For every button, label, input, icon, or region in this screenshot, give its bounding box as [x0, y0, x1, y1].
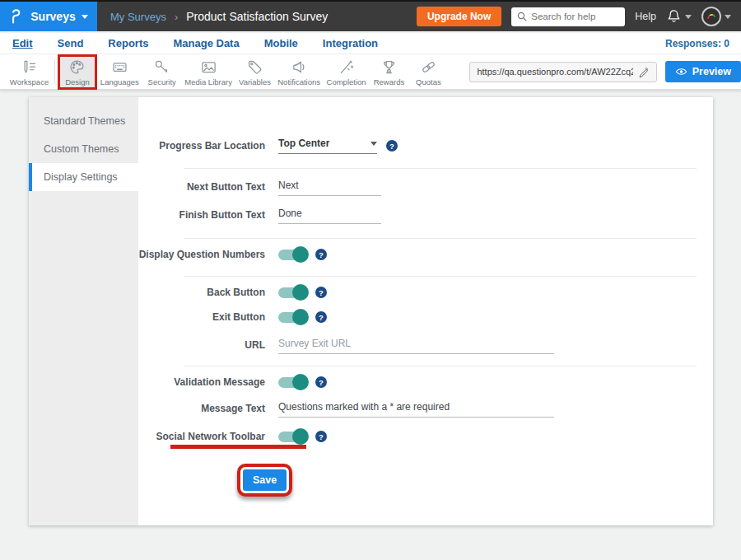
next-button-text-input[interactable]: [278, 178, 381, 196]
toolbar-item-label: Quotas: [416, 77, 441, 86]
eye-icon: [675, 67, 687, 77]
survey-url-input[interactable]: [477, 67, 632, 77]
validation-message-toggle[interactable]: [278, 377, 306, 388]
megaphone-icon: [291, 58, 308, 76]
toolbar-item-security[interactable]: Security: [142, 54, 182, 90]
exit-url-label: URL: [138, 339, 265, 351]
toolbar-item-label: Notifications: [277, 77, 320, 86]
breadcrumb-separator: ›: [175, 11, 178, 23]
chain-icon: [420, 58, 437, 76]
back-button-label: Back Button: [138, 287, 265, 298]
upgrade-now-button[interactable]: Upgrade Now: [417, 7, 501, 26]
chevron-down-icon: [82, 15, 88, 19]
annotation-save-highlight: Save: [237, 464, 292, 497]
tab-manage-data[interactable]: Manage Data: [173, 37, 239, 49]
section-divider: [184, 366, 697, 366]
finish-button-text-label: Finish Button Text: [138, 209, 265, 221]
toolbar-item-label: Design: [65, 77, 90, 86]
toolbar-item-languages[interactable]: Languages: [97, 54, 142, 90]
help-link[interactable]: Help: [635, 11, 656, 22]
app-switcher[interactable]: Surveys: [0, 2, 97, 31]
questionpro-logo-icon: [9, 7, 25, 26]
toolbar-item-rewards[interactable]: Rewards: [369, 54, 408, 90]
progress-bar-location-select[interactable]: Top Center: [278, 138, 377, 154]
toolbar-item-variables[interactable]: Variables: [235, 54, 274, 90]
notifications-menu[interactable]: [666, 8, 692, 25]
preview-button-label: Preview: [692, 66, 731, 77]
bell-icon: [666, 8, 682, 25]
keyboard-icon: [111, 58, 128, 76]
message-text-input[interactable]: [278, 399, 554, 418]
preview-button[interactable]: Preview: [665, 61, 741, 82]
edit-url-icon[interactable]: [638, 66, 650, 77]
toolbar-item-design[interactable]: Design: [58, 54, 97, 90]
tab-edit[interactable]: Edit: [12, 37, 33, 49]
palette-icon: [68, 58, 86, 76]
help-search[interactable]: [511, 7, 625, 26]
trophy-icon: [380, 58, 398, 76]
toolbar-item-notifications[interactable]: Notifications: [274, 54, 323, 90]
tab-reports[interactable]: Reports: [108, 37, 148, 49]
help-icon[interactable]: ?: [315, 249, 327, 260]
app-label: Surveys: [30, 10, 75, 23]
help-icon[interactable]: ?: [315, 311, 327, 323]
display-settings-form: Progress Bar Location Top Center ? Next …: [138, 97, 713, 525]
search-icon: [517, 12, 527, 21]
exit-button-toggle[interactable]: [278, 312, 306, 323]
section-divider: [184, 168, 697, 169]
exit-button-row: Exit Button ?: [138, 306, 713, 328]
sidebar-item-custom-themes[interactable]: Custom Themes: [29, 135, 138, 163]
social-network-toolbar-toggle[interactable]: [278, 432, 306, 442]
section-divider: [184, 238, 697, 239]
display-question-numbers-toggle[interactable]: [278, 250, 306, 260]
next-button-text-row: Next Button Text: [138, 174, 713, 200]
tab-send[interactable]: Send: [58, 37, 84, 49]
display-question-numbers-label: Display Question Numbers: [138, 249, 265, 260]
back-button-toggle[interactable]: [278, 287, 306, 298]
progress-bar-location-row: Progress Bar Location Top Center ?: [138, 133, 713, 158]
save-button[interactable]: Save: [243, 469, 287, 491]
survey-title: Product Satisfaction Survey: [186, 10, 328, 23]
tab-mobile[interactable]: Mobile: [264, 37, 298, 49]
breadcrumb: My Surveys › Product Satisfaction Survey: [110, 10, 328, 23]
annotation-social-underline: [170, 445, 306, 449]
design-sidebar: Standard Themes Custom Themes Display Se…: [29, 97, 138, 525]
workspace-icon: [21, 58, 38, 76]
help-icon[interactable]: ?: [315, 287, 327, 298]
toolbar-item-media-library[interactable]: Media Library: [182, 54, 235, 90]
toolbar-divider: [54, 59, 55, 84]
tab-integration[interactable]: Integration: [323, 37, 378, 49]
finish-button-text-row: Finish Button Text: [138, 202, 713, 228]
toolbar-item-label: Security: [148, 77, 176, 86]
toolbar-item-label: Languages: [100, 77, 139, 86]
sidebar-item-standard-themes[interactable]: Standard Themes: [29, 107, 138, 135]
chevron-down-icon: [685, 15, 692, 19]
help-icon[interactable]: ?: [386, 140, 398, 152]
progress-bar-location-value: Top Center: [278, 138, 329, 149]
sidebar-item-display-settings[interactable]: Display Settings: [29, 163, 138, 191]
message-text-row: Message Text: [138, 396, 713, 421]
tag-icon: [246, 58, 263, 76]
exit-url-input[interactable]: [278, 336, 554, 354]
chevron-down-icon: [370, 142, 377, 146]
survey-nav: Edit Send Reports Manage Data Mobile Int…: [0, 33, 741, 54]
finish-button-text-input[interactable]: [278, 206, 381, 224]
section-divider: [184, 276, 697, 277]
toolbar-item-quotas[interactable]: Quotas: [408, 54, 448, 90]
next-button-text-label: Next Button Text: [138, 181, 265, 193]
toolbar-item-label: Media Library: [184, 77, 232, 86]
back-button-row: Back Button ?: [138, 282, 713, 303]
account-menu[interactable]: [701, 7, 731, 26]
help-icon[interactable]: ?: [315, 376, 327, 388]
help-icon[interactable]: ?: [315, 431, 327, 442]
responses-count[interactable]: Responses: 0: [665, 38, 741, 49]
search-input[interactable]: [531, 12, 619, 21]
toolbar-item-workspace[interactable]: Workspace: [7, 54, 52, 90]
top-header: Surveys My Surveys › Product Satisfactio…: [0, 0, 741, 31]
toolbar-item-label: Variables: [239, 77, 271, 86]
chevron-down-icon: [725, 15, 731, 19]
validation-message-row: Validation Message ?: [138, 371, 713, 393]
breadcrumb-my-surveys[interactable]: My Surveys: [110, 11, 166, 23]
toolbar-item-label: Completion: [327, 77, 366, 86]
toolbar-item-completion[interactable]: Completion: [324, 54, 370, 90]
